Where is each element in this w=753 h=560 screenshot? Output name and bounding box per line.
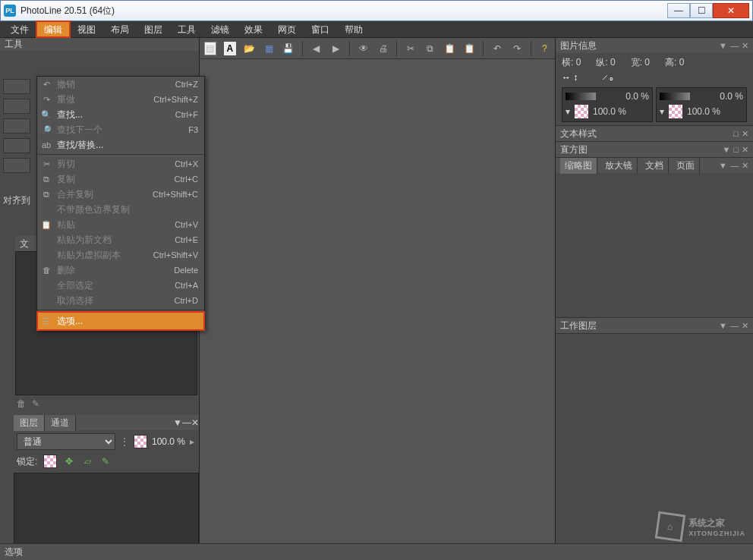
lock-move-icon[interactable]: ✥ [63,455,75,467]
grid-icon[interactable]: ▦ [263,42,275,55]
open-icon[interactable]: 📂 [244,42,256,55]
lock-trans-icon[interactable] [43,455,57,468]
save-icon[interactable]: 💾 [282,42,295,55]
menu-help[interactable]: 帮助 [337,21,370,37]
link-icon[interactable]: ⋮ [120,436,129,447]
chevron-down-icon[interactable]: ▾ [566,106,570,117]
menu-edit[interactable]: 编辑 [36,21,70,37]
text-icon[interactable]: A [224,42,236,55]
menu-item-label: 取消选择 [57,294,175,307]
tool-stub[interactable] [3,138,30,153]
menu-effects[interactable]: 效果 [237,21,270,37]
minimize-icon[interactable]: — [730,161,739,170]
edit-menu-dropdown: ↶撤销Ctrl+Z↷重做Ctrl+Shift+Z🔍查找...Ctrl+F🔎查找下… [36,76,205,331]
tab-layers[interactable]: 图层 [14,415,45,431]
close-panel-icon[interactable]: ✕ [742,129,748,139]
minimize-button[interactable]: — [667,3,690,18]
close-panel-icon[interactable]: ✕ [742,161,748,171]
brush-icon[interactable]: ✎ [32,398,39,409]
menu-item-label: 撤销 [57,78,175,91]
copy-icon[interactable]: ⧉ [424,42,436,55]
gradient-icon [566,93,596,100]
menu-item-shortcut: F3 [188,125,198,134]
tab-magnifier[interactable]: 放大镜 [600,158,638,174]
collapse-icon[interactable]: □ [733,145,739,154]
menu-item-label: 查找... [57,109,175,121]
watermark-sub: XITONGZHIJIA [688,530,745,537]
dropdown-icon[interactable]: ▼ [719,161,727,170]
menu-item-shortcut: Ctrl+Shift+V [153,250,198,260]
dropdown-icon[interactable]: ▼ [173,417,182,428]
close-panel-icon[interactable]: ✕ [191,417,199,428]
print-icon[interactable]: 🖨 [377,42,389,55]
menu-filter[interactable]: 滤镜 [203,21,237,37]
redo-icon[interactable]: ↷ [511,42,523,55]
minimize-icon[interactable]: — [730,321,739,330]
watermark: ⌂ 系统之家 XITONGZHIJIA [657,513,745,540]
tab-thumb[interactable]: 缩略图 [560,158,597,174]
arrows-icon[interactable]: ↔ ↕ [562,72,578,83]
image-info-title: 图片信息 [560,39,716,52]
nav-tab[interactable]: 文 [20,238,29,250]
trash-icon[interactable]: 🗑 [17,398,26,409]
new-doc-icon[interactable]: ▤ [204,42,216,55]
status-text: 选项 [5,546,23,558]
paste-icon[interactable]: 📋 [444,42,456,55]
menu-item-查找/替换...[interactable]: ab查找/替换... [37,137,204,153]
undo-icon[interactable]: ↶ [491,42,503,55]
tab-page[interactable]: 页面 [672,158,700,174]
layer-opacity[interactable]: 100.0 % [152,436,185,447]
minimize-icon[interactable]: — [730,41,739,50]
menu-tools[interactable]: 工具 [170,21,203,37]
menu-file[interactable]: 文件 [3,21,36,37]
close-panel-icon[interactable]: ✕ [742,145,748,155]
preview-icon[interactable]: 👁 [358,42,370,55]
tool-stub[interactable] [3,118,30,134]
lock-crop-icon[interactable]: ▱ [81,455,93,467]
dropdown-icon[interactable]: ▼ [719,41,727,50]
menu-item-shortcut: Ctrl+A [175,281,198,290]
paste2-icon[interactable]: 📋 [464,42,476,55]
menu-item-label: 粘贴为新文档 [57,234,175,247]
dropdown-icon[interactable]: ▼ [719,321,727,330]
chevron-right-icon[interactable]: ▸ [190,436,194,447]
menu-item-查找...[interactable]: 🔍查找...Ctrl+F [37,107,204,122]
tab-doc[interactable]: 文档 [641,158,669,174]
collapse-icon[interactable]: □ [733,129,739,138]
menu-item-shortcut: Ctrl+Shift+Z [153,95,198,104]
maximize-button[interactable]: ☐ [690,3,713,18]
menu-window[interactable]: 窗口 [304,21,337,37]
close-panel-icon[interactable]: ✕ [742,321,748,331]
menu-item-合并复制: ⧉合并复制Ctrl+Shift+C [37,187,204,202]
menu-item-icon: ⧉ [40,190,52,200]
menu-item-icon: ↶ [40,80,52,90]
close-panel-icon[interactable]: ✕ [742,41,748,51]
menu-item-shortcut: Ctrl+Shift+C [153,190,198,199]
tool-stub[interactable] [3,79,30,94]
menu-layer[interactable]: 图层 [137,21,170,37]
menu-web[interactable]: 网页 [270,21,304,37]
dropdown-icon[interactable]: ▼ [722,145,730,154]
text-style-title: 文本样式 [560,127,730,140]
cut-icon[interactable]: ✂ [405,42,417,55]
info-w: 宽: 0 [631,56,650,69]
lock-paint-icon[interactable]: ✎ [99,455,112,467]
close-button[interactable]: ✕ [713,3,749,18]
blend-mode-select[interactable]: 普通 [17,433,115,450]
menu-item-复制: ⧉复制Ctrl+C [37,171,204,187]
prev-icon[interactable]: ◀ [310,42,323,55]
menu-item-选项...[interactable]: ☰选项... [37,312,204,330]
app-icon: PL [4,5,16,17]
tab-channels[interactable]: 通道 [45,415,76,431]
watermark-brand: 系统之家 [688,517,745,530]
next-icon[interactable]: ▶ [329,42,342,55]
tool-stub[interactable] [3,99,30,114]
menu-view[interactable]: 视图 [70,21,103,37]
help-icon[interactable]: ? [538,42,550,55]
minimize-icon[interactable]: — [182,417,191,428]
menu-layout[interactable]: 布局 [103,21,137,37]
menu-item-label: 删除 [57,264,174,277]
tool-stub[interactable] [3,158,30,173]
chevron-down-icon[interactable]: ▾ [660,106,664,117]
status-bar: 选项 [0,543,753,560]
